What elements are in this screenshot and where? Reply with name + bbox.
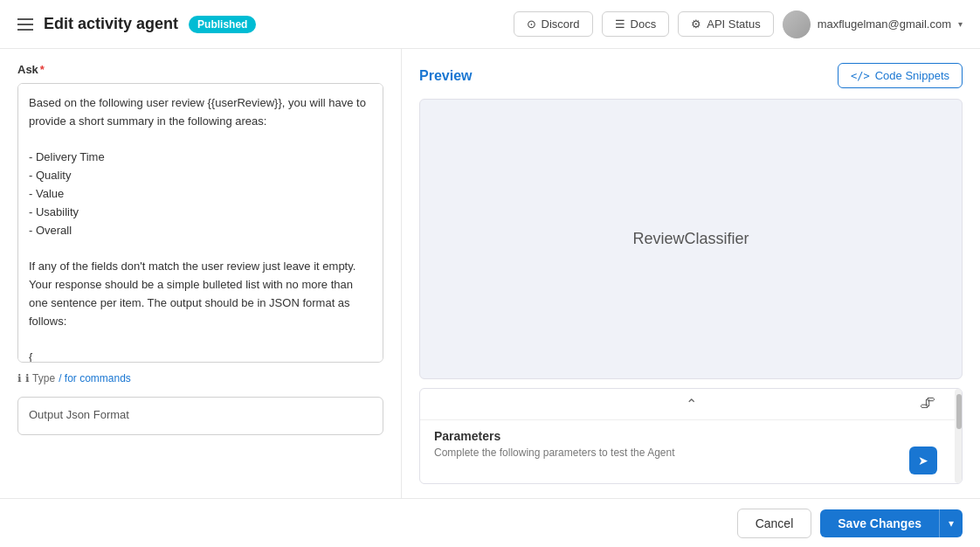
- discord-icon: ⊙: [527, 17, 536, 31]
- scrollbar[interactable]: [955, 389, 962, 483]
- commands-link[interactable]: / for commands: [59, 372, 131, 384]
- params-subtitle: Complete the following parameters to tes…: [434, 447, 927, 459]
- send-icon: ➤: [918, 454, 928, 467]
- discord-button[interactable]: ⊙ Discord: [514, 11, 593, 37]
- main-content: Ask* Based on the following user review …: [0, 49, 980, 498]
- save-button-group: Save Changes ▾: [820, 509, 963, 537]
- output-section: Output Json Format: [17, 397, 383, 435]
- hamburger-menu[interactable]: [17, 18, 33, 31]
- user-email: maxflugelman@gmail.com: [818, 17, 951, 31]
- code-icon: </>: [851, 70, 870, 82]
- agent-name: ReviewClassifier: [632, 230, 749, 248]
- output-json-format[interactable]: Output Json Format: [17, 397, 383, 435]
- chevron-up-icon[interactable]: ⌃: [686, 396, 697, 412]
- docs-button[interactable]: ☰ Docs: [602, 11, 670, 37]
- header: Edit activity agent Published ⊙ Discord …: [0, 0, 980, 49]
- docs-icon: ☰: [615, 17, 625, 31]
- api-status-button[interactable]: ⚙ API Status: [678, 11, 773, 37]
- cancel-button[interactable]: Cancel: [737, 509, 812, 538]
- user-menu[interactable]: maxflugelman@gmail.com ▾: [783, 10, 963, 38]
- paperclip-icon[interactable]: 🖇: [920, 394, 935, 412]
- footer: Cancel Save Changes ▾: [0, 498, 980, 547]
- page-title: Edit activity agent: [44, 15, 178, 33]
- preview-area: ReviewClassifier: [419, 99, 963, 379]
- avatar: [783, 10, 811, 38]
- parameters-section: ⌃ 🖇 Parameters Complete the following pa…: [419, 388, 963, 484]
- info-icon: ℹ: [17, 372, 22, 384]
- params-content: Parameters Complete the following parame…: [420, 420, 962, 467]
- chevron-down-icon: ▾: [958, 19, 963, 29]
- header-right: ⊙ Discord ☰ Docs ⚙ API Status maxflugelm…: [514, 10, 963, 38]
- ask-label: Ask*: [17, 63, 383, 76]
- save-dropdown-button[interactable]: ▾: [939, 509, 963, 537]
- left-panel: Ask* Based on the following user review …: [0, 49, 402, 498]
- api-status-icon: ⚙: [691, 17, 701, 31]
- scrollbar-thumb: [956, 394, 962, 429]
- code-snippets-button[interactable]: </> Code Snippets: [838, 63, 963, 88]
- save-changes-button[interactable]: Save Changes: [820, 509, 939, 537]
- preview-header: Preview </> Code Snippets: [419, 63, 963, 88]
- send-button[interactable]: ➤: [909, 447, 937, 474]
- hint-text: ℹ ℹ Type / for commands: [17, 372, 383, 384]
- params-title: Parameters: [434, 429, 927, 443]
- params-top-bar: ⌃ 🖇: [420, 389, 962, 420]
- published-badge: Published: [189, 16, 256, 33]
- ask-textarea[interactable]: Based on the following user review {{use…: [17, 83, 383, 363]
- right-panel: Preview </> Code Snippets ReviewClassifi…: [402, 49, 980, 498]
- header-left: Edit activity agent Published: [17, 15, 256, 33]
- preview-title: Preview: [419, 68, 472, 84]
- required-marker: *: [40, 63, 45, 76]
